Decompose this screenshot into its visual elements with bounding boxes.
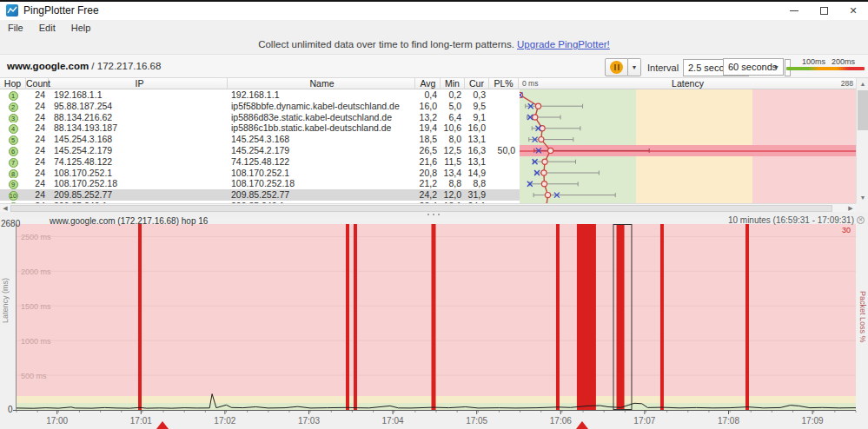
cell-avg: 18,5 — [416, 134, 441, 145]
target-host: www.google.com — [7, 61, 89, 71]
cell-cur: 8,8 — [465, 178, 489, 189]
cell-hop: 7 — [0, 156, 26, 168]
cell-name: 108.170.252.18 — [229, 178, 415, 189]
menu-edit[interactable]: Edit — [31, 23, 63, 33]
cell-avg: 26,5 — [416, 145, 441, 156]
focus-select[interactable]: 60 seconds▼ — [723, 58, 784, 76]
upgrade-banner: Collect unlimited data over time to find… — [0, 35, 868, 54]
v-scroll-thumb[interactable] — [858, 90, 868, 130]
cell-cur: 16,3 — [465, 145, 489, 156]
cell-avg: 16,0 — [416, 101, 441, 112]
cell-cur: 9,1 — [465, 112, 489, 123]
menu-file[interactable]: File — [0, 23, 31, 33]
cell-name: 145.254.3.168 — [229, 134, 415, 145]
cell-name: 74.125.48.122 — [229, 156, 415, 168]
legend-100ms-label: 100ms — [802, 57, 825, 66]
table-row[interactable]: 42488.134.193.187ip5886c1bb.static.kabel… — [0, 122, 520, 134]
cell-count: 24 — [26, 112, 49, 123]
close-button[interactable]: ✕ — [838, 2, 868, 20]
cell-pl — [489, 156, 519, 168]
hop-number-badge: 7 — [9, 158, 18, 168]
maximize-icon — [820, 7, 828, 15]
column-header-hop[interactable]: Hop — [0, 78, 26, 89]
timeline-yzero-label: 0 — [8, 405, 13, 414]
cell-count: 24 — [26, 134, 49, 145]
pause-button[interactable] — [605, 58, 628, 76]
target-ip: 172.217.16.68 — [97, 61, 162, 71]
cell-ip: 95.88.187.254 — [52, 101, 228, 112]
cell-cur: 13,1 — [465, 134, 489, 145]
cell-hop: 9 — [0, 178, 26, 189]
menu-help[interactable]: Help — [63, 23, 99, 33]
column-header-min[interactable]: Min — [441, 78, 465, 89]
banner-text: Collect unlimited data over time to find… — [258, 39, 514, 50]
cell-name: ip5886c1bb.static.kabel-deutschland.de — [229, 122, 415, 134]
hop-table-body: 124192.168.1.1192.168.1.10,40,20,322495.… — [0, 89, 856, 203]
table-row[interactable]: 72474.125.48.12274.125.48.12221,611,513,… — [0, 156, 520, 168]
svg-text:17:05: 17:05 — [466, 416, 487, 426]
cell-cur: 14,9 — [465, 168, 489, 179]
cell-count: 24 — [26, 156, 49, 168]
packet-loss-max-label: 30 — [842, 226, 851, 234]
scrollbar-corner — [856, 203, 868, 212]
table-horizontal-scrollbar[interactable]: ◀ ▶ — [0, 203, 856, 212]
hop-number-badge: 10 — [9, 191, 18, 201]
hop-number-badge: 4 — [9, 124, 18, 134]
cell-ip: 108.170.252.1 — [52, 168, 228, 179]
cell-hop: 10 — [0, 189, 26, 201]
cell-ip: 145.254.3.168 — [52, 134, 228, 145]
svg-text:17:06: 17:06 — [550, 416, 572, 426]
column-header-avg[interactable]: Avg — [416, 78, 441, 89]
cell-ip: 88.134.216.62 — [52, 112, 228, 123]
cell-cur: 0,3 — [465, 89, 489, 101]
cell-hop: 5 — [0, 134, 26, 145]
table-row[interactable]: 824108.170.252.1108.170.252.120,813,414,… — [0, 168, 520, 179]
cell-cur: 13,1 — [465, 156, 489, 168]
minimize-button[interactable] — [779, 2, 809, 20]
column-header-cur[interactable]: Cur — [465, 78, 489, 89]
scroll-up-icon[interactable]: ▲ — [857, 81, 868, 87]
cell-avg: 21,6 — [416, 156, 441, 168]
cell-name: 192.168.1.1 — [229, 89, 415, 101]
chevron-down-icon: ▼ — [632, 64, 638, 70]
table-row[interactable]: 22495.88.187.254ip5f58bbfe.dynamic.kabel… — [0, 101, 520, 112]
cell-min: 8,8 — [441, 178, 465, 189]
table-row[interactable]: 124192.168.1.1192.168.1.10,40,20,3 — [0, 89, 520, 101]
svg-text:500 ms: 500 ms — [21, 372, 47, 380]
timeline-plot[interactable]: 2500 ms2000 ms1500 ms1000 ms500 ms17:001… — [0, 217, 868, 429]
latency-header-title: Latency — [520, 78, 856, 89]
h-scroll-thumb[interactable] — [10, 205, 832, 212]
table-row[interactable]: 624145.254.2.179145.254.2.17926,512,516,… — [0, 145, 520, 156]
column-header-pl[interactable]: PL% — [489, 78, 519, 89]
upgrade-link[interactable]: Upgrade PingPlotter! — [517, 39, 610, 50]
cell-ip: 209.85.252.77 — [52, 189, 228, 201]
table-vertical-scrollbar[interactable]: ▲ ▼ — [856, 78, 868, 203]
minimize-icon — [790, 10, 798, 11]
table-row[interactable]: 924108.170.252.18108.170.252.1821,28,88,… — [0, 178, 520, 189]
cell-cur: 16,0 — [465, 122, 489, 134]
table-row[interactable]: 524145.254.3.168145.254.3.16818,58,013,1 — [0, 134, 520, 145]
scroll-down-icon[interactable]: ▼ — [857, 195, 868, 201]
maximize-button[interactable] — [809, 2, 838, 20]
column-header-name[interactable]: Name — [229, 78, 415, 89]
cell-count: 24 — [26, 89, 49, 101]
cell-pl — [489, 112, 519, 123]
legend-gradient-bar — [786, 67, 865, 70]
table-row[interactable]: 32488.134.216.62ip5886d83e.static.kabel-… — [0, 112, 520, 123]
cell-name: 145.254.2.179 — [229, 145, 415, 156]
cell-min: 13,4 — [441, 168, 465, 179]
svg-text:17:08: 17:08 — [718, 416, 739, 426]
cell-ip: 145.254.2.179 — [52, 145, 228, 156]
timeline-close-icon[interactable]: ✕ — [857, 216, 865, 224]
pause-dropdown-button[interactable]: ▼ — [628, 58, 641, 76]
hop-number-badge: 5 — [9, 135, 18, 145]
column-header-ip[interactable]: IP — [52, 78, 228, 89]
svg-text:17:01: 17:01 — [130, 416, 152, 426]
hop-number-badge: 2 — [9, 102, 18, 112]
cell-ip: 88.134.193.187 — [52, 122, 228, 134]
column-header-count[interactable]: Count — [26, 78, 49, 89]
latency-scale-max: 288 — [841, 79, 853, 88]
cell-avg: 19,4 — [416, 122, 441, 134]
table-row[interactable]: 1024209.85.252.77209.85.252.7724,212,031… — [0, 189, 520, 201]
focus-marker-icon — [576, 421, 588, 429]
